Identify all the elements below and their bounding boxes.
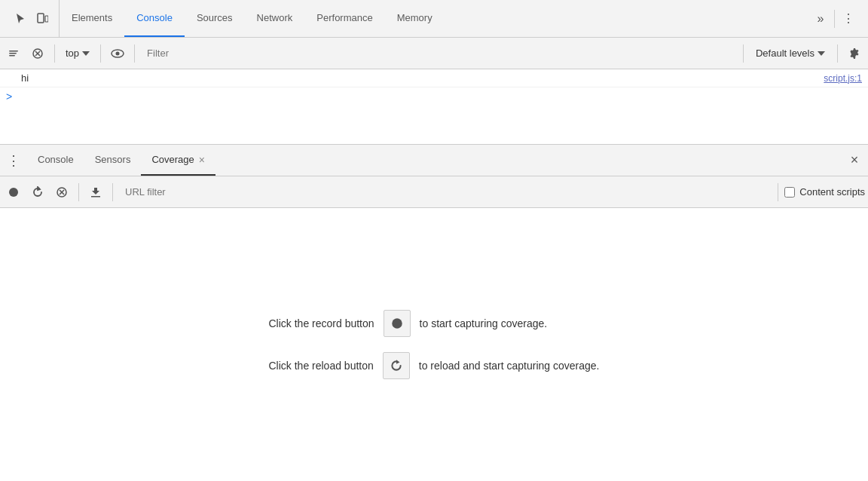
reload-recording-button[interactable] [27, 182, 48, 203]
separator [78, 183, 79, 201]
stop-recording-button[interactable] [27, 43, 48, 64]
separator [778, 183, 778, 201]
drawer-tab-bar: ⋮ Console Sensors Coverage × × [0, 145, 868, 176]
reload-line-before: Click the reload button [268, 360, 373, 372]
drawer-tab-sensors[interactable]: Sensors [84, 145, 142, 176]
tab-network[interactable]: Network [245, 0, 305, 37]
context-selector[interactable]: top [61, 44, 94, 62]
coverage-toolbar: Content scripts [0, 176, 868, 208]
record-icon [8, 186, 20, 198]
eye-icon-button[interactable] [107, 43, 128, 64]
drawer-tab-coverage[interactable]: Coverage × [141, 145, 215, 176]
cursor-icon[interactable] [9, 8, 30, 29]
overflow-tabs-button[interactable]: » [810, 8, 831, 29]
eye-icon [111, 49, 124, 58]
tab-memory[interactable]: Memory [385, 0, 445, 37]
svg-point-10 [9, 188, 18, 197]
svg-marker-11 [38, 187, 40, 190]
top-tabs: Elements Console Sources Network Perform… [60, 0, 804, 37]
default-levels-button[interactable]: Default levels [750, 44, 831, 62]
dropdown-arrow-icon [818, 51, 825, 56]
filter-input[interactable] [141, 44, 737, 62]
separator [112, 183, 113, 201]
separator [834, 10, 835, 28]
more-options-button[interactable]: ⋮ [838, 8, 859, 29]
coverage-info: Click the record button to start capturi… [268, 310, 599, 379]
svg-point-15 [392, 318, 402, 329]
reload-line-after: to reload and start capturing coverage. [419, 360, 600, 372]
content-scripts-label[interactable]: Content scripts [784, 186, 865, 198]
coverage-reload-line: Click the reload button to reload and st… [268, 352, 599, 379]
console-log-source[interactable]: script.js:1 [824, 73, 862, 84]
export-coverage-button[interactable] [85, 182, 106, 203]
top-tab-right: » ⋮ [804, 8, 865, 29]
gear-icon [848, 47, 860, 60]
record-line-before: Click the record button [268, 317, 374, 329]
dropdown-arrow-icon [82, 51, 90, 56]
svg-rect-4 [9, 55, 15, 57]
content-scripts-checkbox[interactable] [784, 187, 795, 198]
settings-icon-button[interactable] [844, 43, 865, 64]
inline-reload-icon [383, 352, 410, 379]
download-icon [90, 186, 102, 198]
tab-console[interactable]: Console [124, 0, 185, 37]
console-log-entry: hi script.js:1 [0, 69, 868, 87]
tab-close-icon[interactable]: × [199, 154, 205, 166]
start-recording-button[interactable] [3, 182, 24, 203]
separator [743, 44, 744, 63]
svg-rect-1 [45, 16, 48, 22]
console-output: hi script.js:1 > [0, 69, 868, 145]
tab-elements[interactable]: Elements [60, 0, 124, 37]
record-line-after: to start capturing coverage. [420, 317, 548, 329]
coverage-record-line: Click the record button to start capturi… [268, 310, 547, 337]
drawer-menu-icon[interactable]: ⋮ [3, 150, 24, 171]
separator [54, 44, 55, 63]
svg-rect-2 [9, 51, 18, 52]
tab-sources[interactable]: Sources [185, 0, 245, 37]
drawer-tab-console[interactable]: Console [27, 145, 84, 176]
clear-coverage-button[interactable] [51, 182, 72, 203]
console-log-text: hi [21, 72, 29, 84]
filter-input-wrap [141, 44, 737, 62]
devtools-icons-left [3, 0, 60, 37]
svg-rect-3 [9, 53, 17, 54]
console-prompt-line: > [0, 87, 868, 106]
drawer-close-button[interactable]: × [844, 150, 865, 171]
device-toolbar-icon[interactable] [32, 8, 53, 29]
inline-record-circle-icon [390, 317, 404, 330]
console-toolbar: top Default levels [0, 38, 868, 69]
clear-console-button[interactable] [3, 43, 24, 64]
svg-marker-16 [396, 360, 400, 364]
reload-icon [32, 186, 44, 198]
inline-reload-circle-icon [390, 359, 403, 372]
svg-point-9 [116, 51, 120, 55]
separator [837, 44, 838, 63]
top-tab-bar: Elements Console Sources Network Perform… [0, 0, 868, 38]
inline-record-icon [384, 310, 411, 337]
url-filter-input[interactable] [119, 183, 772, 201]
svg-rect-0 [38, 14, 44, 23]
separator [134, 44, 135, 63]
clear-icon [56, 186, 68, 198]
console-prompt-symbol: > [6, 90, 12, 103]
tab-performance[interactable]: Performance [304, 0, 384, 37]
coverage-main: Click the record button to start capturi… [0, 208, 868, 481]
bottom-drawer: ⋮ Console Sensors Coverage × × [0, 145, 868, 481]
separator [100, 44, 101, 63]
